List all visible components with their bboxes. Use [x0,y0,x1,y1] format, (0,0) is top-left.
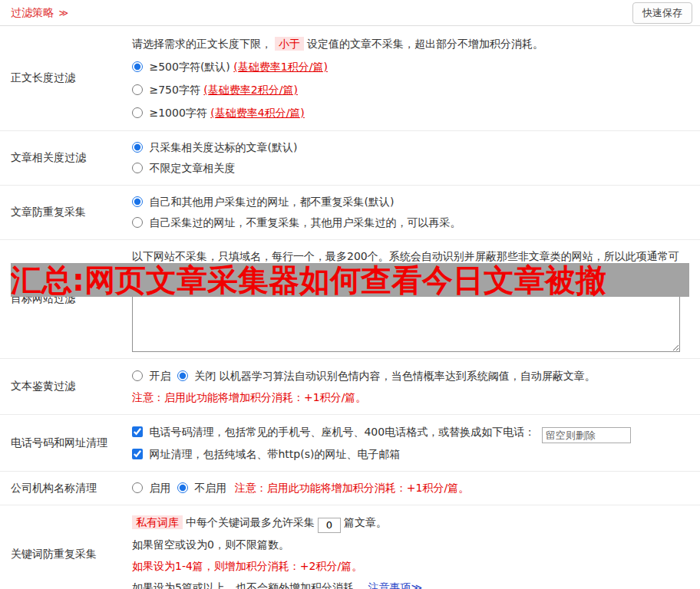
keyword-limit-line2: 如果留空或设为0，则不限篇数。 [132,534,689,555]
site-filter-label: 目标网站过滤 [0,240,132,358]
page-header: 过滤策略 ≫ 快速保存 [0,0,700,26]
length-option-1000-label: ≥1000字符 [149,107,206,119]
company-cleanup-warning: 注意：启用此功能将增加积分消耗：+1积分/篇。 [235,482,469,494]
porn-option-on[interactable]: 开启 [132,370,174,382]
url-cleanup-checkbox[interactable] [132,449,143,459]
keyword-limit-line4-text: 如果设为5篇或以上，也不会额外增加积分消耗。 [132,581,365,589]
dedup-option-global-label: 自己和其他用户采集过的网址，都不重复采集(默认) [149,196,394,208]
dedup-option-self[interactable]: 自己采集过的网址，不重复采集，其他用户采集过的，可以再采。 [132,216,461,229]
phone-cleanup-checkbox[interactable] [132,426,143,437]
quick-save-button[interactable]: 快速保存 [632,2,692,24]
watermark-overlay-text: 汇总:网页文章采集器如何查看今日文章被撤 [11,263,606,297]
keyword-limit-line1: 私有词库中每个关键词最多允许采集篇文章。 [132,512,689,534]
relevance-option-any[interactable]: 不限定文章相关度 [132,162,235,174]
dedup-filter-label: 文章防重复采集 [0,186,132,239]
length-filter-desc: 请选择需求的正文长度下限，小于设定值的文章不采集，超出部分不增加积分消耗。 [132,32,689,55]
company-option-off-label: 不启用 [194,482,226,494]
replacement-phone-input[interactable] [542,427,631,443]
phone-cleanup-option-label: 电话号码清理，包括常见的手机号、座机号、400电话格式，或替换成如下电话： [149,426,535,438]
url-cleanup-option-label: 网址清理，包括纯域名、带http(s)的网址、电子邮箱 [149,448,400,460]
length-option-500-radio[interactable] [132,61,143,72]
porn-option-off-label: 关闭 [194,370,216,382]
keyword-limit-line1-mid: 中每个关键词最多允许采集 [186,516,315,528]
keyword-limit-line1-end: 篇文章。 [344,516,387,528]
company-option-off-radio[interactable] [177,482,188,493]
length-desc-after: 设定值的文章不采集，超出部分不增加积分消耗。 [307,38,543,50]
private-lexicon-highlight[interactable]: 私有词库 [132,515,183,529]
phone-cleanup-label: 电话号码和网址清理 [0,415,132,471]
row-dedup-filter: 文章防重复采集 自己和其他用户采集过的网址，都不重复采集(默认) 自己采集过的网… [0,186,700,240]
page-title[interactable]: 过滤策略 ≫ [11,6,68,20]
watermark-overlay-banner: 汇总:网页文章采集器如何查看今日文章被撤 [11,263,689,297]
length-option-750-note[interactable]: (基础费率2积分/篇) [203,84,298,96]
relevance-option-any-label: 不限定文章相关度 [149,162,235,174]
page-title-text: 过滤策略 [11,6,54,18]
porn-filter-desc: 以机器学习算法自动识别色情内容，当色情概率达到系统阈值，自动屏蔽文章。 [220,370,596,382]
porn-option-off-radio[interactable] [177,370,188,381]
company-option-on-label: 启用 [149,482,170,494]
relevance-option-any-radio[interactable] [132,163,143,173]
row-phone-cleanup: 电话号码和网址清理 电话号码清理，包括常见的手机号、座机号、400电话格式，或替… [0,415,700,472]
row-porn-filter: 文本鉴黄过滤 开启 关闭 以机器学习算法自动识别色情内容，当色情概率达到系统阈值… [0,359,700,415]
row-keyword-limit: 关键词防重复采集 私有词库中每个关键词最多允许采集篇文章。 如果留空或设为0，则… [0,505,700,589]
chevron-expand-icon: ≫ [58,8,68,18]
company-option-off[interactable]: 不启用 [177,482,230,494]
length-desc-highlight: 小于 [275,37,304,51]
notes-link[interactable]: 注意事项≫ [368,581,422,589]
row-company-cleanup: 公司机构名称清理 启用 不启用 注意：启用此功能将增加积分消耗：+1积分/篇。 [0,472,700,505]
length-option-500[interactable]: ≥500字符(默认) (基础费率1积分/篇) [132,61,328,73]
length-option-750-label: ≥750字符 [149,84,200,96]
keyword-limit-line4: 如果设为5篇或以上，也不会额外增加积分消耗。 注意事项≫ [132,577,689,589]
keyword-limit-label: 关键词防重复采集 [0,505,132,589]
length-filter-label: 正文长度过滤 [0,26,132,130]
length-desc-before: 请选择需求的正文长度下限， [132,38,272,50]
dedup-option-global[interactable]: 自己和其他用户采集过的网址，都不重复采集(默认) [132,196,394,208]
length-option-750-radio[interactable] [132,84,143,95]
porn-option-on-label: 开启 [149,370,170,382]
length-option-500-note[interactable]: (基础费率1积分/篇) [233,61,328,73]
phone-cleanup-option[interactable]: 电话号码清理，包括常见的手机号、座机号、400电话格式，或替换成如下电话： [132,426,539,438]
company-option-on-radio[interactable] [132,482,143,493]
porn-filter-warning: 注意：启用此功能将增加积分消耗：+1积分/篇。 [132,387,689,408]
dedup-option-self-radio[interactable] [132,217,143,228]
length-option-500-label: ≥500字符(默认) [149,61,229,73]
length-option-750[interactable]: ≥750字符 (基础费率2积分/篇) [132,84,298,96]
length-option-1000-note[interactable]: (基础费率4积分/篇) [210,107,305,119]
relevance-filter-label: 文章相关度过滤 [0,131,132,185]
url-cleanup-option[interactable]: 网址清理，包括纯域名、带http(s)的网址、电子邮箱 [132,448,400,460]
relevance-option-strict[interactable]: 只采集相关度达标的文章(默认) [132,141,297,153]
row-length-filter: 正文长度过滤 请选择需求的正文长度下限，小于设定值的文章不采集，超出部分不增加积… [0,26,700,131]
company-option-on[interactable]: 启用 [132,482,174,494]
company-cleanup-label: 公司机构名称清理 [0,472,132,505]
site-filter-textarea[interactable] [132,289,680,352]
relevance-option-strict-label: 只采集相关度达标的文章(默认) [149,141,297,153]
keyword-limit-line3: 如果设为1-4篇，则增加积分消耗：+2积分/篇。 [132,555,689,577]
length-option-1000-radio[interactable] [132,107,143,118]
dedup-option-global-radio[interactable] [132,196,143,207]
length-option-1000[interactable]: ≥1000字符 (基础费率4积分/篇) [132,107,305,119]
row-site-filter: 目标网站过滤 以下网站不采集，只填域名，每行一个，最多200个。系统会自动识别并… [0,240,700,359]
porn-filter-label: 文本鉴黄过滤 [0,359,132,414]
filter-strategy-page: 过滤策略 ≫ 快速保存 正文长度过滤 请选择需求的正文长度下限，小于设定值的文章… [0,0,700,589]
keyword-limit-input[interactable] [318,518,341,533]
relevance-option-strict-radio[interactable] [132,142,143,153]
porn-option-on-radio[interactable] [132,370,143,381]
row-relevance-filter: 文章相关度过滤 只采集相关度达标的文章(默认) 不限定文章相关度 [0,131,700,186]
porn-option-off[interactable]: 关闭 [177,370,220,382]
dedup-option-self-label: 自己采集过的网址，不重复采集，其他用户采集过的，可以再采。 [149,216,461,229]
